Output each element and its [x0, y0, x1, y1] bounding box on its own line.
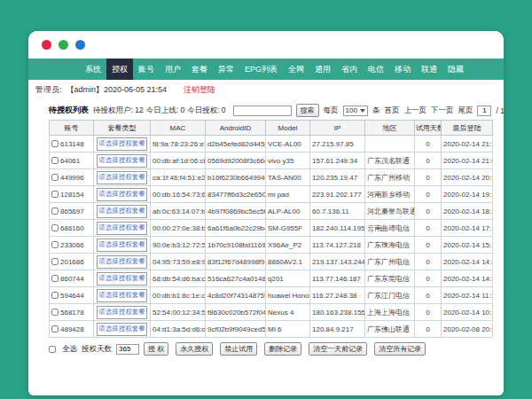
- package-select[interactable]: 请选择授权套餐: [97, 289, 147, 302]
- traffic-light-blue-icon[interactable]: [75, 40, 85, 50]
- package-select[interactable]: 请选择授权套餐: [97, 222, 147, 235]
- nav-item-7[interactable]: EPG列表: [239, 59, 283, 80]
- account-checkbox[interactable]: [51, 140, 59, 147]
- prev-page-button[interactable]: 上一页: [403, 106, 426, 116]
- nav-item-12[interactable]: 移动: [389, 59, 416, 80]
- per-page-select[interactable]: 100: [343, 106, 368, 116]
- stats-container: 待授权用户: 12今日上线: 0今日授权: 0: [93, 106, 229, 116]
- auth-days-input[interactable]: [116, 344, 139, 355]
- nav-item-14[interactable]: 隐藏: [442, 59, 469, 80]
- nav-item-5[interactable]: 套餐: [186, 59, 213, 80]
- next-page-button[interactable]: 下一页: [431, 106, 454, 116]
- account-checkbox[interactable]: [51, 224, 59, 231]
- account-checkbox[interactable]: [51, 309, 59, 316]
- ip-cell: 223.91.202.177: [310, 186, 365, 203]
- last-login-cell: 2020-02-14 11:16:51: [442, 287, 493, 304]
- authorization-table: 账号套餐类型MACAndroidIDModelIP地区试用天数最后登陆 6131…: [49, 120, 493, 338]
- region-cell: 上海上海电信: [365, 304, 415, 321]
- package-select[interactable]: 请选择授权套餐: [97, 323, 147, 336]
- account-checkbox[interactable]: [51, 258, 59, 265]
- last-login-cell: 2020-02-14 20:50:14: [442, 169, 493, 186]
- account-checkbox[interactable]: [51, 191, 59, 198]
- search-button[interactable]: 搜索: [296, 104, 319, 117]
- app-window: 系统授权账号用户套餐异常EPG列表全网通用省内电信移动联通隐藏 管理员: 【ad…: [28, 31, 504, 395]
- package-select[interactable]: 请选择授权套餐: [97, 255, 147, 269]
- select-all-label: 全选: [62, 344, 77, 355]
- traffic-light-green-icon[interactable]: [59, 40, 68, 50]
- traffic-light-red-icon[interactable]: [42, 40, 51, 50]
- first-page-button[interactable]: 首页: [384, 106, 399, 116]
- androidid-cell: f8630c020b572f04: [206, 304, 266, 321]
- nav-item-1[interactable]: 系统: [80, 59, 106, 80]
- account-checkbox[interactable]: [51, 275, 59, 282]
- model-cell: VCE-AL00: [266, 136, 310, 153]
- package-cell: 请选择授权套餐: [94, 287, 151, 304]
- nav-item-10[interactable]: 省内: [336, 59, 363, 80]
- last-login-cell: 2020-02-14 21:12:14: [442, 136, 493, 153]
- nav-item-2[interactable]: 授权: [106, 59, 133, 80]
- trial-days-cell: 0: [415, 203, 442, 220]
- androidid-cell: 83f12f67d48998f9: [206, 254, 266, 270]
- region-cell: 广东广州移动: [365, 169, 415, 186]
- mac-cell: 00:db:af:1d:06:cb: [151, 153, 206, 169]
- account-number: 489428: [60, 325, 84, 333]
- account-checkbox[interactable]: [51, 157, 59, 164]
- account-checkbox[interactable]: [51, 241, 59, 248]
- nav-item-9[interactable]: 通用: [309, 59, 336, 80]
- account-checkbox[interactable]: [51, 292, 59, 299]
- account-checkbox[interactable]: [51, 174, 59, 181]
- nav-item-8[interactable]: 全网: [283, 59, 309, 80]
- page-number-input[interactable]: [477, 106, 491, 116]
- last-login-cell: 2020-02-08 20:50:06: [442, 321, 493, 338]
- model-cell: X96Air_P2: [266, 237, 310, 254]
- package-select[interactable]: 请选择授权套餐: [97, 239, 147, 252]
- account-checkbox[interactable]: [51, 325, 59, 332]
- mac-cell: ca:1f:46:f4:51:e2: [151, 169, 206, 186]
- androidid-cell: 4c8d20f743148759: [206, 287, 266, 304]
- region-cell: 广东广州电信: [365, 254, 415, 270]
- package-select[interactable]: 请选择授权套餐: [97, 137, 147, 151]
- trial-days-cell: 0: [415, 304, 442, 321]
- mac-cell: 04:95:73:59:e8:92: [151, 254, 206, 270]
- admin-user-datetime: 【admin】2020-06-05 21:54: [66, 84, 168, 96]
- permanent-auth-button[interactable]: 永久授权: [176, 342, 213, 356]
- package-select[interactable]: 请选择授权套餐: [97, 205, 147, 218]
- package-select[interactable]: 请选择授权套餐: [97, 272, 147, 286]
- logout-link[interactable]: 注销登陆: [184, 84, 215, 96]
- search-input[interactable]: [233, 106, 292, 116]
- package-select[interactable]: 请选择授权套餐: [97, 154, 147, 168]
- last-page-button[interactable]: 尾页: [458, 106, 473, 116]
- model-cell: 8860AV2.1: [266, 254, 310, 270]
- nav-item-4[interactable]: 用户: [160, 59, 186, 80]
- ban-trial-button[interactable]: 禁止试用: [220, 342, 257, 356]
- mac-cell: 00:db:16:54:73:60: [151, 186, 206, 203]
- window-titlebar: [28, 31, 504, 59]
- table-row: 233066请选择授权套餐90:0e:b3:12:72:551b70c9108b…: [50, 237, 493, 254]
- package-select[interactable]: 请选择授权套餐: [97, 306, 147, 319]
- ip-cell: 157.61.249.34: [310, 153, 365, 169]
- package-select[interactable]: 请选择授权套餐: [97, 171, 147, 184]
- authorize-button[interactable]: 授 权: [144, 342, 168, 356]
- bottom-toolbar: 全选 授权天数 授 权永久授权禁止试用删除记录清空一天前记录清空所有记录: [49, 342, 492, 356]
- header-model: Model: [266, 121, 310, 136]
- ip-cell: 120.84.9.217: [310, 321, 365, 338]
- account-checkbox[interactable]: [51, 207, 59, 215]
- account-number: 686160: [60, 224, 84, 232]
- package-select[interactable]: 请选择授权套餐: [97, 188, 147, 201]
- table-body: 613148请选择授权套餐f8:9a:78:23:26:e7d2b45efed8…: [50, 136, 493, 338]
- nav-item-11[interactable]: 电信: [363, 59, 389, 80]
- last-login-cell: 2020-02-14 10:20:06: [442, 304, 493, 321]
- clear-one-day-records-button[interactable]: 清空一天前记录: [309, 342, 367, 356]
- ip-cell: 182.240.114.195: [310, 220, 365, 237]
- clear-all-records-button[interactable]: 清空所有记录: [374, 342, 426, 356]
- select-all-checkbox[interactable]: [49, 346, 56, 353]
- region-cell: [365, 136, 415, 153]
- trial-days-cell: 0: [415, 321, 442, 338]
- ip-cell: 113.74.127.218: [310, 237, 365, 254]
- last-login-cell: 2020-02-14 14:42:15: [442, 254, 493, 270]
- nav-item-6[interactable]: 异常: [213, 59, 239, 80]
- model-cell: Nexus 4: [266, 304, 310, 321]
- nav-item-13[interactable]: 联通: [416, 59, 442, 80]
- nav-item-3[interactable]: 账号: [133, 59, 160, 80]
- delete-records-button[interactable]: 删除记录: [264, 342, 301, 356]
